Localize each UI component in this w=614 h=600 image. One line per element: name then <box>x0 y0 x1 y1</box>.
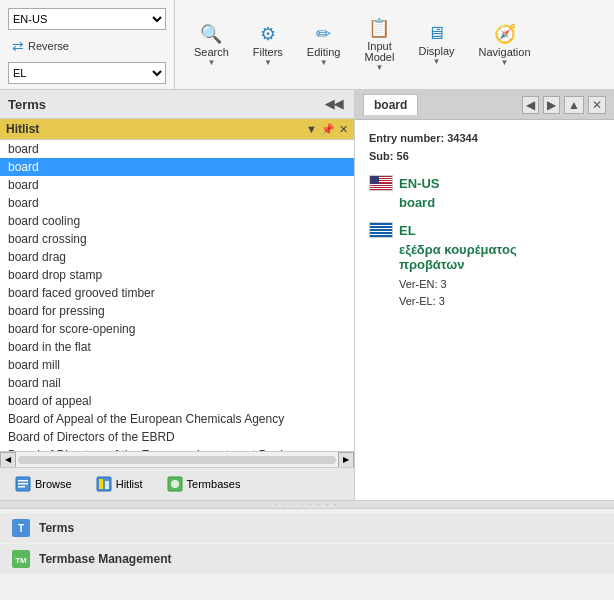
termbase-mgmt-label: Termbase Management <box>39 552 172 566</box>
en-term: board <box>399 195 600 210</box>
prev-icon[interactable]: ◀ <box>522 96 539 114</box>
termbases-icon <box>167 476 183 492</box>
term-item[interactable]: board <box>0 158 354 176</box>
navigation-button[interactable]: 🧭 Navigation ▼ <box>468 16 542 74</box>
editing-dropdown-icon: ▼ <box>320 58 328 67</box>
term-item[interactable]: board crossing <box>0 230 354 248</box>
term-item[interactable]: board mill <box>0 356 354 374</box>
entry-number-label: Entry number: <box>369 132 444 144</box>
lang-to-wrap: EL <box>8 62 166 84</box>
scroll-left-icon[interactable]: ◀ <box>0 452 16 468</box>
detail-panel: board ◀ ▶ ▲ ✕ Entry number: 34344 Sub: 5… <box>355 90 614 500</box>
toolbar: EN-US ⇄ Reverse EL Languages 🔍 Search ▼ … <box>0 0 614 90</box>
reverse-button[interactable]: ⇄ Reverse <box>8 36 166 56</box>
close-detail-icon[interactable]: ✕ <box>588 96 606 114</box>
navigation-dropdown-icon: ▼ <box>501 58 509 67</box>
drag-dots: · · · · · · · · <box>275 500 338 509</box>
filters-dropdown-icon: ▼ <box>264 58 272 67</box>
detail-tab[interactable]: board <box>363 94 418 115</box>
termbase-mgmt-icon: TM <box>11 549 31 569</box>
term-item[interactable]: board nail <box>0 374 354 392</box>
toolbar-right: 🔍 Search ▼ ⚙ Filters ▼ ✏ Editing ▼ 📋 Inp… <box>175 0 614 89</box>
term-item[interactable]: board drop stamp <box>0 266 354 284</box>
terms-nav-item[interactable]: T Terms <box>0 513 614 543</box>
us-flag <box>369 175 393 191</box>
svg-point-8 <box>171 480 179 488</box>
svg-rect-5 <box>99 479 103 489</box>
main-area: Terms ◀◀ Hitlist ▼ 📌 ✕ boardboardboardbo… <box>0 90 614 500</box>
term-item[interactable]: Board of Directors of the EBRD <box>0 428 354 446</box>
hitlist-close-icon[interactable]: ✕ <box>339 123 348 136</box>
terms-panel-header: Terms ◀◀ <box>0 90 354 119</box>
hitlist-tab[interactable]: Hitlist <box>87 472 152 496</box>
terms-nav-icon: T <box>11 518 31 538</box>
toolbar-left: EN-US ⇄ Reverse EL Languages <box>0 0 175 89</box>
drag-handle[interactable]: · · · · · · · · <box>0 501 614 509</box>
term-item[interactable]: board in the flat <box>0 338 354 356</box>
svg-rect-1 <box>18 480 28 482</box>
browse-tab-label: Browse <box>35 478 72 490</box>
term-item[interactable]: board cooling <box>0 212 354 230</box>
display-label: Display <box>418 46 454 57</box>
scroll-right-icon[interactable]: ▶ <box>338 452 354 468</box>
display-icon: 🖥 <box>427 23 445 44</box>
lang-el-code: EL <box>399 223 416 238</box>
hitlist-icons: ▼ 📌 ✕ <box>306 123 348 136</box>
display-button[interactable]: 🖥 Display ▼ <box>407 16 465 73</box>
terms-nav-label: Terms <box>39 521 74 535</box>
term-item[interactable]: board faced grooved timber <box>0 284 354 302</box>
lang-el-flag-row: EL <box>369 222 600 238</box>
ver-en-label: Ver-EN: <box>399 278 438 290</box>
terms-bottom-tabs: Browse Hitlist Termbases <box>0 467 354 500</box>
term-item[interactable]: board drag <box>0 248 354 266</box>
terms-header-icons: ◀◀ <box>322 96 346 112</box>
scroll-track[interactable] <box>18 456 336 464</box>
terms-panel: Terms ◀◀ Hitlist ▼ 📌 ✕ boardboardboardbo… <box>0 90 355 500</box>
svg-text:T: T <box>18 523 24 534</box>
filters-label: Filters <box>253 47 283 58</box>
term-item[interactable]: board for score-opening <box>0 320 354 338</box>
el-flag <box>369 222 393 238</box>
ver-en-row: Ver-EN: 3 <box>399 276 600 293</box>
terms-list[interactable]: boardboardboardboardboard coolingboard c… <box>0 140 354 451</box>
ver-el-row: Ver-EL: 3 <box>399 293 600 310</box>
browse-tab[interactable]: Browse <box>6 472 81 496</box>
search-dropdown-icon: ▼ <box>207 58 215 67</box>
ver-el-value: 3 <box>439 295 445 307</box>
navigation-icon: 🧭 <box>494 23 516 45</box>
horizontal-scrollbar[interactable]: ◀ ▶ <box>0 451 354 467</box>
detail-header: board ◀ ▶ ▲ ✕ <box>355 90 614 120</box>
bottom-nav-items: T Terms TM Termbase Management <box>0 509 614 600</box>
term-item[interactable]: board <box>0 140 354 158</box>
lang-el-section: EL εξέδρα κουρέματοςπροβάτων Ver-EN: 3 V… <box>369 222 600 309</box>
next-icon[interactable]: ▶ <box>543 96 560 114</box>
entry-meta: Entry number: 34344 Sub: 56 <box>369 130 600 165</box>
lang-from-wrap: EN-US <box>8 8 166 30</box>
lang-from-select[interactable]: EN-US <box>8 8 166 30</box>
ver-el-label: Ver-EL: <box>399 295 436 307</box>
input-model-button[interactable]: 📋 Input Model ▼ <box>353 10 405 79</box>
filters-icon: ⚙ <box>260 23 276 45</box>
navigation-label: Navigation <box>479 47 531 58</box>
editing-button[interactable]: ✏ Editing ▼ <box>296 16 352 74</box>
reverse-label: Reverse <box>28 40 69 52</box>
lang-en-flag-row: EN-US <box>369 175 600 191</box>
search-button[interactable]: 🔍 Search ▼ <box>183 16 240 74</box>
display-dropdown-icon: ▼ <box>433 57 441 66</box>
termbase-mgmt-nav-item[interactable]: TM Termbase Management <box>0 544 614 574</box>
termbases-tab[interactable]: Termbases <box>158 472 250 496</box>
term-item[interactable]: Board of Appeal of the European Chemical… <box>0 410 354 428</box>
hitlist-down-icon[interactable]: ▼ <box>306 123 317 135</box>
detail-header-icons: ◀ ▶ ▲ ✕ <box>522 96 606 114</box>
expand-icon[interactable]: ▲ <box>564 96 584 114</box>
search-label: Search <box>194 47 229 58</box>
editing-icon: ✏ <box>316 23 331 45</box>
hitlist-pin-icon[interactable]: 📌 <box>321 123 335 136</box>
lang-to-select[interactable]: EL <box>8 62 166 84</box>
term-item[interactable]: board <box>0 176 354 194</box>
term-item[interactable]: board for pressing <box>0 302 354 320</box>
terms-collapse-icon[interactable]: ◀◀ <box>322 96 346 112</box>
term-item[interactable]: board of appeal <box>0 392 354 410</box>
term-item[interactable]: board <box>0 194 354 212</box>
filters-button[interactable]: ⚙ Filters ▼ <box>242 16 294 74</box>
